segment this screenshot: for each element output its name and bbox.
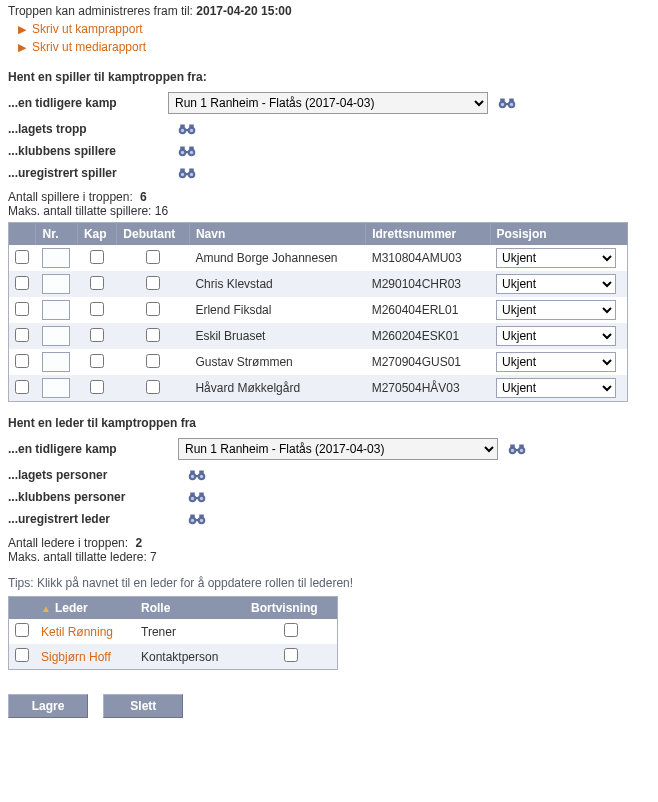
row-checkbox[interactable] — [15, 276, 29, 290]
player-count-value: 6 — [140, 190, 147, 204]
leader-max-value: 7 — [150, 550, 157, 564]
leader-header-leder[interactable]: ▲Leder — [35, 597, 135, 620]
player-name: Chris Klevstad — [189, 271, 365, 297]
nr-input[interactable] — [42, 378, 70, 398]
leader-name-link[interactable]: Ketil Rønning — [41, 625, 113, 639]
binoculars-icon[interactable] — [188, 512, 206, 526]
team-persons-label: ...lagets personer — [8, 468, 178, 482]
leader-picker-header: Hent en leder til kamptroppen fra — [8, 416, 650, 430]
row-checkbox[interactable] — [15, 250, 29, 264]
print-match-report-link[interactable]: Skriv ut kamprapport — [32, 20, 143, 38]
debutant-checkbox[interactable] — [146, 354, 160, 368]
leader-header-checkbox-col — [9, 597, 36, 620]
header-idrettsnummer[interactable]: Idrettsnummer — [366, 223, 490, 246]
leader-role: Kontaktperson — [135, 644, 245, 670]
debutant-checkbox[interactable] — [146, 328, 160, 342]
table-row: Erlend FiksdalM260404ERL01Ukjent — [9, 297, 628, 323]
player-name: Eskil Bruaset — [189, 323, 365, 349]
bortvisning-checkbox[interactable] — [284, 648, 298, 662]
leader-header-bortvisning[interactable]: Bortvisning — [245, 597, 338, 620]
table-row: Ketil RønningTrener — [9, 619, 338, 644]
kap-checkbox[interactable] — [90, 250, 104, 264]
row-checkbox[interactable] — [15, 380, 29, 394]
nr-input[interactable] — [42, 326, 70, 346]
binoculars-icon[interactable] — [178, 144, 196, 158]
leader-header-rolle[interactable]: Rolle — [135, 597, 245, 620]
binoculars-icon[interactable] — [498, 96, 516, 110]
club-players-label: ...klubbens spillere — [8, 144, 168, 158]
binoculars-icon[interactable] — [188, 468, 206, 482]
player-id: M270504HÅV03 — [366, 375, 490, 402]
player-name: Erlend Fiksdal — [189, 297, 365, 323]
leader-prev-match-select[interactable]: Run 1 Ranheim - Flatås (2017-04-03) — [178, 438, 498, 460]
nr-input[interactable] — [42, 274, 70, 294]
unregistered-leader-label: ...uregistrert leder — [8, 512, 178, 526]
save-button[interactable]: Lagre — [8, 694, 88, 718]
binoculars-icon[interactable] — [188, 490, 206, 504]
header-kap[interactable]: Kap — [77, 223, 116, 246]
admin-until-line: Troppen kan administreres fram til: 2017… — [8, 4, 650, 18]
player-name: Gustav Strømmen — [189, 349, 365, 375]
club-persons-label: ...klubbens personer — [8, 490, 178, 504]
position-select[interactable]: Ukjent — [496, 248, 616, 268]
bortvisning-checkbox[interactable] — [284, 623, 298, 637]
debutant-checkbox[interactable] — [146, 250, 160, 264]
row-checkbox[interactable] — [15, 648, 29, 662]
position-select[interactable]: Ukjent — [496, 378, 616, 398]
position-select[interactable]: Ukjent — [496, 274, 616, 294]
header-nr[interactable]: Nr. — [36, 223, 77, 246]
position-select[interactable]: Ukjent — [496, 326, 616, 346]
header-navn[interactable]: Navn — [189, 223, 365, 246]
position-select[interactable]: Ukjent — [496, 352, 616, 372]
nr-input[interactable] — [42, 248, 70, 268]
binoculars-icon[interactable] — [508, 442, 526, 456]
row-checkbox[interactable] — [15, 354, 29, 368]
player-id: M260404ERL01 — [366, 297, 490, 323]
debutant-checkbox[interactable] — [146, 276, 160, 290]
binoculars-icon[interactable] — [178, 166, 196, 180]
table-row: Amund Borge JohannesenM310804AMU03Ukjent — [9, 245, 628, 271]
player-id: M310804AMU03 — [366, 245, 490, 271]
kap-checkbox[interactable] — [90, 354, 104, 368]
leader-max-line: Maks. antall tillatte ledere: 7 — [8, 550, 650, 564]
header-posisjon[interactable]: Posisjon — [490, 223, 627, 246]
player-id: M260204ESK01 — [366, 323, 490, 349]
player-count-label: Antall spillere i troppen: — [8, 190, 133, 204]
tip-text: Tips: Klikk på navnet til en leder for å… — [8, 576, 650, 590]
leader-count-label: Antall ledere i troppen: — [8, 536, 128, 550]
table-row: Chris KlevstadM290104CHR03Ukjent — [9, 271, 628, 297]
player-max-value: 16 — [155, 204, 168, 218]
print-media-report-link[interactable]: Skriv ut mediarapport — [32, 38, 146, 56]
position-select[interactable]: Ukjent — [496, 300, 616, 320]
nr-input[interactable] — [42, 300, 70, 320]
debutant-checkbox[interactable] — [146, 302, 160, 316]
binoculars-icon[interactable] — [178, 122, 196, 136]
leader-header-leder-text: Leder — [55, 601, 88, 615]
play-icon: ▶ — [18, 39, 26, 56]
unregistered-player-label: ...uregistrert spiller — [8, 166, 168, 180]
team-squad-label: ...lagets tropp — [8, 122, 168, 136]
kap-checkbox[interactable] — [90, 328, 104, 342]
row-checkbox[interactable] — [15, 623, 29, 637]
leader-name-link[interactable]: Sigbjørn Hoff — [41, 650, 111, 664]
nr-input[interactable] — [42, 352, 70, 372]
table-row: Eskil BruasetM260204ESK01Ukjent — [9, 323, 628, 349]
kap-checkbox[interactable] — [90, 276, 104, 290]
kap-checkbox[interactable] — [90, 380, 104, 394]
debutant-checkbox[interactable] — [146, 380, 160, 394]
delete-button[interactable]: Slett — [103, 694, 183, 718]
leader-count-line: Antall ledere i troppen: 2 — [8, 536, 650, 550]
leader-role: Trener — [135, 619, 245, 644]
play-icon: ▶ — [18, 21, 26, 38]
header-debutant[interactable]: Debutant — [117, 223, 190, 246]
player-id: M270904GUS01 — [366, 349, 490, 375]
leaders-table: ▲Leder Rolle Bortvisning Ketil RønningTr… — [8, 596, 338, 670]
leader-prev-match-label: ...en tidligere kamp — [8, 442, 178, 456]
admin-until-label: Troppen kan administreres fram til: — [8, 4, 193, 18]
prev-match-select[interactable]: Run 1 Ranheim - Flatås (2017-04-03) — [168, 92, 488, 114]
kap-checkbox[interactable] — [90, 302, 104, 316]
row-checkbox[interactable] — [15, 302, 29, 316]
player-id: M290104CHR03 — [366, 271, 490, 297]
players-table: Nr. Kap Debutant Navn Idrettsnummer Posi… — [8, 222, 628, 402]
row-checkbox[interactable] — [15, 328, 29, 342]
